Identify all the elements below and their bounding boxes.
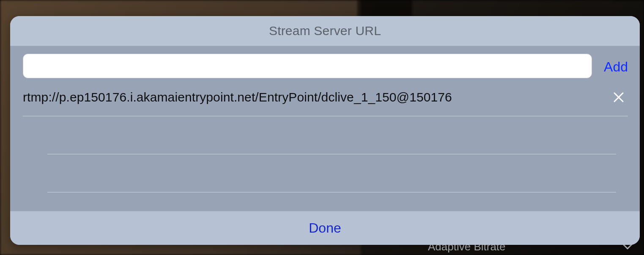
done-button[interactable]: Done <box>309 220 341 236</box>
list-item <box>47 154 616 192</box>
dialog-title: Stream Server URL <box>269 24 381 38</box>
remove-button[interactable] <box>609 88 628 107</box>
list-item <box>47 116 616 154</box>
add-button[interactable]: Add <box>604 58 628 75</box>
url-input-row: Add <box>23 54 628 78</box>
url-list: rtmp://p.ep150176.i.akamaientrypoint.net… <box>47 78 616 192</box>
dialog-header: Stream Server URL <box>10 16 640 46</box>
close-icon <box>613 91 625 103</box>
dialog-footer: Done <box>10 211 640 245</box>
dialog-body: Add rtmp://p.ep150176.i.akamaientrypoint… <box>10 46 640 211</box>
list-item: rtmp://p.ep150176.i.akamaientrypoint.net… <box>23 78 628 116</box>
stream-url-dialog: Stream Server URL Add rtmp://p.ep150176.… <box>10 16 640 245</box>
url-text: rtmp://p.ep150176.i.akamaientrypoint.net… <box>23 90 452 104</box>
stream-url-input[interactable] <box>23 54 592 78</box>
